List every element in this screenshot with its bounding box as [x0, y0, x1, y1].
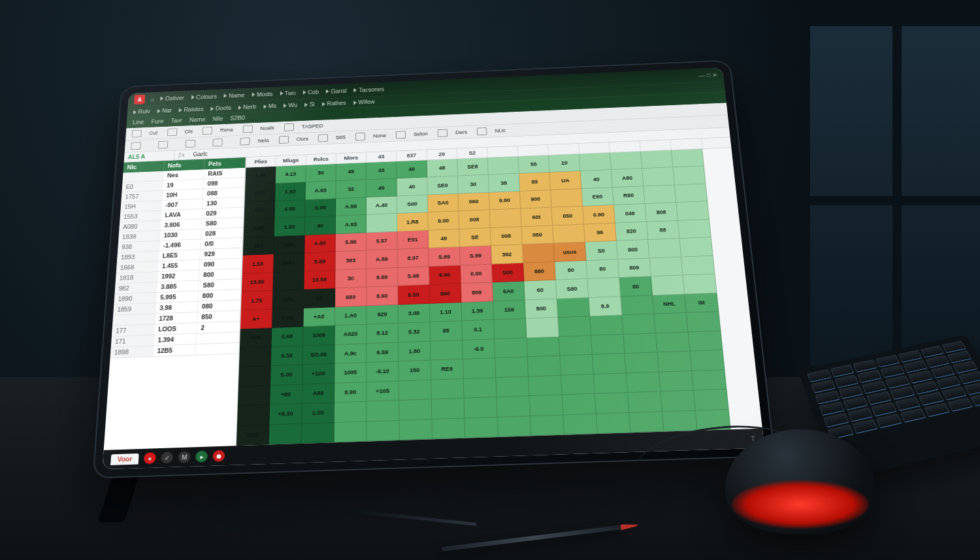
- heatmap-cell[interactable]: [681, 256, 715, 276]
- column-header[interactable]: Rulcs: [306, 154, 336, 165]
- menu-item[interactable]: Raisios: [179, 106, 204, 112]
- column-header[interactable]: S2: [457, 148, 488, 159]
- heatmap-cell[interactable]: 80: [587, 259, 619, 279]
- column-header[interactable]: [579, 142, 610, 154]
- heatmap-cell[interactable]: [676, 201, 710, 220]
- window-controls[interactable]: — □ ✕: [698, 72, 717, 78]
- heatmap-cell[interactable]: [526, 318, 559, 338]
- menu-item[interactable]: Wu: [284, 102, 297, 108]
- heatmap-cell[interactable]: A89: [272, 289, 304, 309]
- heatmap-cell[interactable]: 0.68: [271, 327, 303, 347]
- menu-item[interactable]: Doots: [210, 105, 231, 112]
- heatmap-cell[interactable]: -6.0: [463, 339, 495, 359]
- status-icon[interactable]: ●: [144, 452, 156, 464]
- heatmap-cell[interactable]: 408: [240, 328, 272, 348]
- ribbon-button[interactable]: [131, 142, 141, 150]
- heatmap-cell[interactable]: [678, 220, 711, 239]
- menu-item[interactable]: Wifew: [353, 99, 375, 105]
- heatmap-cell[interactable]: E60: [581, 188, 613, 206]
- ribbon-button[interactable]: [318, 134, 328, 142]
- cell[interactable]: [196, 343, 239, 355]
- menu-item[interactable]: Mosts: [252, 91, 272, 97]
- menu-item[interactable]: Nar: [157, 107, 172, 114]
- column-header[interactable]: [610, 141, 641, 152]
- cell[interactable]: [197, 332, 240, 344]
- cell[interactable]: 080: [198, 300, 241, 312]
- heatmap-cell[interactable]: 4.13: [276, 165, 306, 184]
- cell[interactable]: 3.885: [157, 281, 199, 293]
- heatmap-cell[interactable]: 49: [367, 179, 397, 198]
- cell[interactable]: 2: [197, 321, 240, 333]
- heatmap-cell[interactable]: 38: [489, 174, 520, 193]
- heatmap-cell[interactable]: A89: [302, 383, 335, 404]
- cell[interactable]: L8E5: [159, 250, 201, 261]
- cell[interactable]: 929: [201, 248, 243, 259]
- heatmap-cell[interactable]: 5.32: [399, 322, 431, 342]
- heatmap-cell[interactable]: [269, 423, 302, 444]
- cell[interactable]: 1.455: [158, 260, 201, 271]
- heatmap-cell[interactable]: A.93: [336, 215, 367, 234]
- sheet-tab[interactable]: Voor: [110, 453, 139, 465]
- ribbon-button[interactable]: [438, 129, 448, 137]
- cell[interactable]: 088: [203, 188, 244, 199]
- menu-item[interactable]: Colours: [191, 93, 217, 100]
- heatmap-cell[interactable]: +8.30: [269, 404, 302, 425]
- heatmap-cell[interactable]: S00: [492, 263, 524, 283]
- cell[interactable]: 3.806: [160, 219, 202, 230]
- menu-item[interactable]: Nerb: [238, 104, 257, 110]
- heatmap-cell[interactable]: A+: [240, 309, 272, 329]
- cell[interactable]: 800: [199, 269, 242, 280]
- cell[interactable]: LOOS: [154, 323, 197, 335]
- menu-item[interactable]: Tacsones: [354, 86, 384, 93]
- heatmap-cell[interactable]: 383: [335, 251, 367, 271]
- ribbon-button[interactable]: [284, 124, 293, 131]
- heatmap-cell[interactable]: 1.93: [275, 182, 306, 201]
- heatmap-cell[interactable]: 30: [306, 164, 336, 182]
- heatmap-cell[interactable]: [627, 372, 661, 393]
- cell[interactable]: 1898: [110, 346, 154, 358]
- heatmap-cell[interactable]: 1087: [273, 254, 304, 273]
- cell[interactable]: [123, 171, 164, 182]
- heatmap-cell[interactable]: [628, 391, 662, 412]
- cell[interactable]: 1838: [118, 231, 160, 242]
- heatmap-cell[interactable]: 1.53: [242, 254, 274, 274]
- heatmap-cell[interactable]: 13.86: [242, 272, 273, 292]
- heatmap-cell[interactable]: [237, 405, 270, 426]
- cell[interactable]: 15H: [120, 201, 162, 212]
- heatmap-cell[interactable]: 150: [399, 361, 431, 381]
- heatmap-cell[interactable]: A.9c: [335, 344, 367, 364]
- menu-item[interactable]: Si: [304, 101, 315, 108]
- cell[interactable]: 3.98: [155, 302, 199, 314]
- stop-icon[interactable]: ⏺: [212, 450, 225, 462]
- heatmap-cell[interactable]: [239, 347, 271, 367]
- ribbon-button[interactable]: [203, 127, 212, 135]
- heatmap-cell[interactable]: [580, 153, 612, 171]
- heatmap-cell[interactable]: +80: [270, 384, 302, 405]
- column-header[interactable]: Plies: [246, 156, 276, 167]
- heatmap-cell[interactable]: 8.90: [335, 382, 367, 403]
- heatmap-cell[interactable]: 880: [523, 262, 556, 282]
- menu-item[interactable]: Ms: [263, 103, 276, 110]
- cell[interactable]: S80: [202, 218, 244, 229]
- heatmap-cell[interactable]: 900: [520, 190, 552, 209]
- column-header[interactable]: Mlugs: [276, 155, 306, 166]
- column-header[interactable]: [640, 140, 672, 151]
- heatmap-cell[interactable]: 00: [304, 289, 335, 308]
- heatmap-cell[interactable]: [694, 389, 729, 410]
- heatmap-cell[interactable]: [497, 396, 530, 417]
- heatmap-cell[interactable]: [689, 331, 723, 351]
- heatmap-cell[interactable]: 800: [617, 240, 650, 259]
- heatmap-cell[interactable]: [488, 157, 519, 175]
- heatmap-cell[interactable]: [527, 337, 560, 357]
- cell[interactable]: 1890: [114, 293, 156, 305]
- heatmap-cell[interactable]: +A0: [303, 307, 335, 327]
- heatmap-cell[interactable]: 392: [491, 245, 523, 265]
- cell[interactable]: 130: [203, 197, 244, 208]
- heatmap-cell[interactable]: 008: [491, 227, 523, 246]
- menu-item[interactable]: Two: [280, 90, 295, 97]
- cell[interactable]: 177: [112, 325, 155, 337]
- play-icon[interactable]: ▸: [195, 450, 208, 462]
- heatmap-cell[interactable]: 88: [430, 321, 463, 342]
- heatmap-cell[interactable]: [610, 152, 642, 170]
- heatmap-cell[interactable]: 5.57: [367, 232, 398, 251]
